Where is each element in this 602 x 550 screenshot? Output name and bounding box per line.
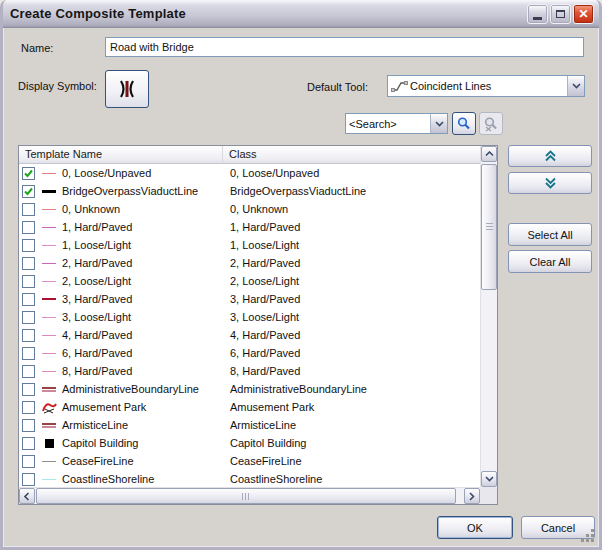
- row-template-name: 8, Hard/Paved: [62, 365, 132, 377]
- row-template-name: CoastlineShoreline: [62, 473, 154, 485]
- row-symbol-line-icon: [41, 461, 57, 462]
- name-label: Name:: [21, 42, 53, 54]
- table-row[interactable]: 0, Loose/Unpaved0, Loose/Unpaved: [19, 164, 480, 182]
- search-options-button[interactable]: [479, 112, 503, 135]
- bridge-symbol-icon: [116, 78, 138, 100]
- search-value: <Search>: [346, 118, 430, 130]
- default-tool-combobox[interactable]: Coincident Lines: [387, 75, 585, 97]
- resize-grip[interactable]: [591, 539, 594, 542]
- table-row[interactable]: 3, Hard/Paved3, Hard/Paved: [19, 290, 480, 308]
- row-checkbox[interactable]: [22, 419, 35, 432]
- row-checkbox[interactable]: [22, 257, 35, 270]
- table-row[interactable]: 0, Unknown0, Unknown: [19, 200, 480, 218]
- table-row[interactable]: BridgeOverpassViaductLineBridgeOverpassV…: [19, 182, 480, 200]
- row-checkbox[interactable]: [22, 293, 35, 306]
- table-row[interactable]: CeaseFireLineCeaseFireLine: [19, 452, 480, 470]
- search-dropdown-arrow[interactable]: [430, 114, 447, 133]
- minimize-button[interactable]: [527, 4, 548, 24]
- column-header-class[interactable]: Class: [223, 146, 497, 164]
- row-checkbox[interactable]: [22, 401, 35, 414]
- scroll-up-button[interactable]: [481, 146, 497, 162]
- row-class: CeaseFireLine: [223, 455, 480, 467]
- table-row[interactable]: 8, Hard/Paved8, Hard/Paved: [19, 362, 480, 380]
- row-checkbox[interactable]: [22, 383, 35, 396]
- row-class: 8, Hard/Paved: [223, 365, 480, 377]
- row-symbol-line-icon: [41, 335, 57, 336]
- table-row[interactable]: 2, Loose/Light2, Loose/Light: [19, 272, 480, 290]
- row-checkbox[interactable]: [22, 275, 35, 288]
- scroll-right-button[interactable]: [464, 488, 480, 504]
- template-table: Template Name Class 0, Loose/Unpaved0, L…: [18, 145, 498, 505]
- name-input[interactable]: Road with Bridge: [105, 37, 584, 57]
- minimize-icon: [533, 17, 542, 20]
- search-button[interactable]: [452, 112, 476, 135]
- table-row[interactable]: 6, Hard/Paved6, Hard/Paved: [19, 344, 480, 362]
- table-row[interactable]: AdministrativeBoundaryLineAdministrative…: [19, 380, 480, 398]
- table-row[interactable]: CoastlineShorelineCoastlineShoreline: [19, 470, 480, 487]
- title-bar[interactable]: Create Composite Template ✕: [0, 0, 602, 28]
- row-template-name: CeaseFireLine: [62, 455, 134, 467]
- scroll-down-button[interactable]: [481, 471, 497, 487]
- cancel-button[interactable]: Cancel: [521, 516, 595, 539]
- row-checkbox-checked[interactable]: [22, 167, 35, 180]
- row-checkbox[interactable]: [22, 347, 35, 360]
- clear-all-button[interactable]: Clear All: [508, 250, 592, 273]
- vertical-scrollbar[interactable]: [480, 146, 497, 487]
- horizontal-scroll-thumb[interactable]: [36, 488, 456, 504]
- row-checkbox[interactable]: [22, 437, 35, 450]
- scroll-up-icon: [485, 151, 494, 157]
- table-row[interactable]: ArmisticeLineArmisticeLine: [19, 416, 480, 434]
- row-class: 0, Unknown: [223, 203, 480, 215]
- table-row[interactable]: 2, Hard/Paved2, Hard/Paved: [19, 254, 480, 272]
- table-row[interactable]: 4, Hard/Paved4, Hard/Paved: [19, 326, 480, 344]
- scrollbar-corner: [480, 487, 497, 504]
- row-checkbox[interactable]: [22, 329, 35, 342]
- column-header-template-name[interactable]: Template Name: [19, 146, 223, 164]
- row-checkbox[interactable]: [22, 455, 35, 468]
- chevron-down-icon: [572, 83, 581, 89]
- row-checkbox[interactable]: [22, 239, 35, 252]
- move-down-button[interactable]: [508, 172, 592, 194]
- search-combobox[interactable]: <Search>: [345, 113, 448, 134]
- row-symbol-line-icon: [41, 190, 57, 193]
- create-composite-template-dialog: Create Composite Template ✕ Name: Road w…: [0, 0, 602, 550]
- scroll-down-icon: [485, 476, 494, 482]
- table-row[interactable]: 1, Loose/Light1, Loose/Light: [19, 236, 480, 254]
- chevron-double-down-icon: [544, 177, 557, 189]
- row-checkbox[interactable]: [22, 221, 35, 234]
- select-all-button[interactable]: Select All: [508, 223, 592, 246]
- maximize-button[interactable]: [550, 4, 571, 24]
- row-checkbox[interactable]: [22, 203, 35, 216]
- row-symbol-line-icon: [41, 317, 57, 318]
- horizontal-scrollbar[interactable]: [19, 487, 480, 504]
- row-class: 3, Loose/Light: [223, 311, 480, 323]
- close-button[interactable]: ✕: [573, 4, 594, 24]
- row-class: 2, Loose/Light: [223, 275, 480, 287]
- table-row[interactable]: Amusement ParkAmusement Park: [19, 398, 480, 416]
- row-checkbox[interactable]: [22, 365, 35, 378]
- table-row[interactable]: Capitol BuildingCapitol Building: [19, 434, 480, 452]
- chevron-double-up-icon: [544, 150, 557, 162]
- table-row[interactable]: 1, Hard/Paved1, Hard/Paved: [19, 218, 480, 236]
- row-checkbox[interactable]: [22, 311, 35, 324]
- row-template-name: 0, Loose/Unpaved: [62, 167, 151, 179]
- row-template-name: 2, Hard/Paved: [62, 257, 132, 269]
- default-tool-dropdown-arrow[interactable]: [567, 76, 584, 96]
- display-symbol-button[interactable]: [105, 70, 149, 108]
- row-checkbox-checked[interactable]: [22, 185, 35, 198]
- row-checkbox[interactable]: [22, 473, 35, 486]
- row-class: 6, Hard/Paved: [223, 347, 480, 359]
- row-class: 0, Loose/Unpaved: [223, 167, 480, 179]
- row-class: BridgeOverpassViaductLine: [223, 185, 480, 197]
- row-class: 1, Loose/Light: [223, 239, 480, 251]
- move-up-button[interactable]: [508, 145, 592, 167]
- vertical-scroll-thumb[interactable]: [481, 164, 497, 290]
- row-class: 3, Hard/Paved: [223, 293, 480, 305]
- ok-button[interactable]: OK: [437, 516, 513, 539]
- table-rows: 0, Loose/Unpaved0, Loose/UnpavedBridgeOv…: [19, 164, 480, 487]
- row-template-name: 2, Loose/Light: [62, 275, 131, 287]
- row-symbol-line-icon: [41, 281, 57, 282]
- table-row[interactable]: 3, Loose/Light3, Loose/Light: [19, 308, 480, 326]
- scroll-left-button[interactable]: [19, 488, 35, 504]
- display-symbol-label: Display Symbol:: [18, 80, 97, 92]
